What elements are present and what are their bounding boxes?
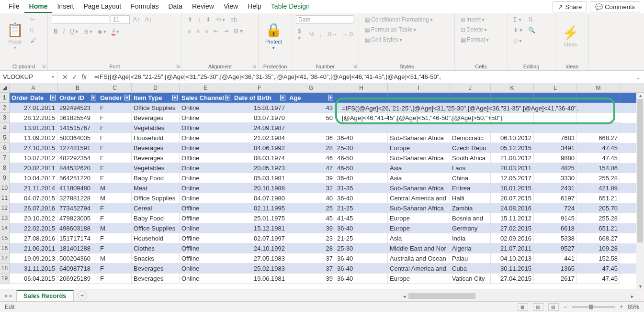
font-size-select[interactable] xyxy=(111,15,130,24)
cell[interactable]: 04.07.1980 xyxy=(232,193,287,203)
cell[interactable]: Offline xyxy=(180,153,232,163)
format-cells-button[interactable]: ▦ Format ▾ xyxy=(459,35,491,44)
formula-input[interactable]: =IFS([@Age]<26,"21-25",[@Age]<31,"25-30"… xyxy=(91,71,633,83)
cell[interactable]: Sub-Saharan Africa xyxy=(388,153,450,163)
cell[interactable]: 50 xyxy=(287,113,335,123)
row-header[interactable]: 10 xyxy=(0,183,10,193)
cancel-edit-button[interactable]: ✕ xyxy=(62,73,68,81)
decrease-indent-button[interactable]: ⇤ xyxy=(212,27,220,35)
cell[interactable]: 04.07.2015 xyxy=(10,193,57,203)
conditional-formatting-button[interactable]: ▦ Conditional Formatting ▾ xyxy=(363,15,435,24)
cell[interactable]: 7683 xyxy=(534,133,577,143)
cell[interactable]: 151717174 xyxy=(57,233,98,243)
cell[interactable]: 479823005 xyxy=(57,213,98,223)
cell[interactable]: Household xyxy=(132,133,180,143)
header-cell[interactable] xyxy=(491,93,534,103)
menu-data[interactable]: Data xyxy=(163,0,187,13)
decrease-decimal-button[interactable]: ←.0 xyxy=(340,30,355,39)
cell[interactable]: Laos xyxy=(450,163,491,173)
column-header-E[interactable]: E xyxy=(180,83,232,92)
dialog-launcher-icon[interactable]: ⇲ xyxy=(42,64,45,69)
zoom-in-button[interactable]: + xyxy=(620,304,623,310)
cell[interactable]: 36-40 xyxy=(335,253,388,263)
cell[interactable]: 19.06.1981 xyxy=(232,274,287,284)
cell[interactable]: Haiti xyxy=(450,193,491,203)
cell[interactable]: 327881228 xyxy=(57,193,98,203)
cell[interactable]: Beverages xyxy=(132,274,180,284)
cell[interactable]: 27.08.2016 xyxy=(10,233,57,243)
merge-button[interactable]: ⊟ ▾ xyxy=(232,27,245,35)
cell[interactable]: 37 xyxy=(287,263,335,274)
cell[interactable]: 20.03.2011 xyxy=(491,163,534,173)
cut-button[interactable]: ✂ xyxy=(28,15,38,24)
cell[interactable]: Offline xyxy=(180,253,232,263)
cell[interactable]: 20.05.1973 xyxy=(232,163,287,173)
font-name-select[interactable] xyxy=(52,15,109,24)
column-header-K[interactable]: K xyxy=(491,83,534,92)
cell[interactable]: Online xyxy=(180,173,232,183)
cell[interactable]: South Africa xyxy=(450,153,491,163)
cell[interactable]: 10.07.2012 xyxy=(10,153,57,163)
column-header-D[interactable]: D xyxy=(132,83,180,92)
cell[interactable]: 21.07.2011 xyxy=(491,243,534,253)
cell[interactable]: Cereal xyxy=(132,203,180,213)
format-painter-button[interactable]: 🖌 xyxy=(28,36,38,45)
column-header-F[interactable]: F xyxy=(232,83,287,92)
chevron-down-icon[interactable]: ▾ xyxy=(52,74,54,79)
cell[interactable]: Central America and xyxy=(388,193,450,203)
cell[interactable]: Bosnia and xyxy=(450,213,491,223)
cell[interactable] xyxy=(450,123,491,133)
cell[interactable]: 25.01.1975 xyxy=(232,213,287,223)
cell[interactable]: 39 xyxy=(287,223,335,233)
row-header[interactable]: 15 xyxy=(0,233,10,243)
cell[interactable]: Asia xyxy=(388,233,450,243)
cell[interactable]: 651.21 xyxy=(577,223,620,233)
cell[interactable] xyxy=(534,123,577,133)
sheet-tab-active[interactable]: Sales Records xyxy=(16,290,74,301)
cell[interactable]: Algeria xyxy=(450,243,491,253)
currency-button[interactable]: $ ▾ xyxy=(296,27,306,42)
cell[interactable]: Office Supplies xyxy=(132,103,180,113)
cell[interactable]: Czech Repu xyxy=(450,143,491,153)
cell[interactable]: Beverages xyxy=(132,263,180,274)
align-center-button[interactable]: ≡ xyxy=(194,27,202,35)
cell[interactable]: 27.05.1983 xyxy=(232,253,287,263)
cell[interactable]: 141515767 xyxy=(57,123,98,133)
menu-page-layout[interactable]: Page Layout xyxy=(79,0,126,13)
sort-filter-button[interactable]: ⇅ xyxy=(526,15,537,24)
cell[interactable]: Online xyxy=(180,133,232,143)
cell[interactable]: 08.03.1974 xyxy=(232,153,287,163)
row-header[interactable]: 17 xyxy=(0,253,10,263)
row-header[interactable]: 12 xyxy=(0,203,10,213)
row-header[interactable]: 1 xyxy=(0,93,10,103)
cell[interactable]: 205.70 xyxy=(577,203,620,213)
clear-button[interactable]: ◇ ▾ xyxy=(511,36,524,45)
header-cell[interactable]: Order ID xyxy=(57,93,98,103)
percent-button[interactable]: % xyxy=(307,30,316,39)
column-header-L[interactable]: L xyxy=(534,83,577,92)
row-header[interactable]: 5 xyxy=(0,133,10,143)
cell[interactable]: Office Supplies xyxy=(132,193,180,203)
autosum-button[interactable]: Σ ▾ xyxy=(511,15,524,24)
cell[interactable]: Clothes xyxy=(132,243,180,253)
horizontal-scrollbar[interactable]: ◂ ▸ xyxy=(401,292,635,300)
cell[interactable]: 36-40 xyxy=(335,274,388,284)
cell[interactable]: 9145 xyxy=(534,213,577,223)
cell[interactable]: 24.10.1992 xyxy=(232,243,287,253)
column-header-J[interactable]: J xyxy=(450,83,491,92)
cell[interactable]: 28.12.2015 xyxy=(10,113,57,123)
cell[interactable]: 500364005 xyxy=(57,133,98,143)
cell[interactable]: 05.03.1981 xyxy=(232,173,287,183)
cell[interactable]: M xyxy=(98,183,132,193)
cell[interactable]: India xyxy=(450,233,491,243)
cell[interactable]: 47 xyxy=(287,163,335,173)
cell[interactable]: 13.01.2011 xyxy=(10,123,57,133)
cell[interactable]: F xyxy=(98,133,132,143)
row-header[interactable]: 18 xyxy=(0,263,10,274)
cell[interactable]: 109.28 xyxy=(577,243,620,253)
align-left-button[interactable]: ≡ xyxy=(186,27,193,35)
cell[interactable]: 21.06.2011 xyxy=(10,243,57,253)
cell[interactable]: Offline xyxy=(180,213,232,223)
expand-formula-bar-button[interactable]: ⌄ xyxy=(633,73,644,81)
cell[interactable]: Sub-Saharan Africa xyxy=(388,183,450,193)
